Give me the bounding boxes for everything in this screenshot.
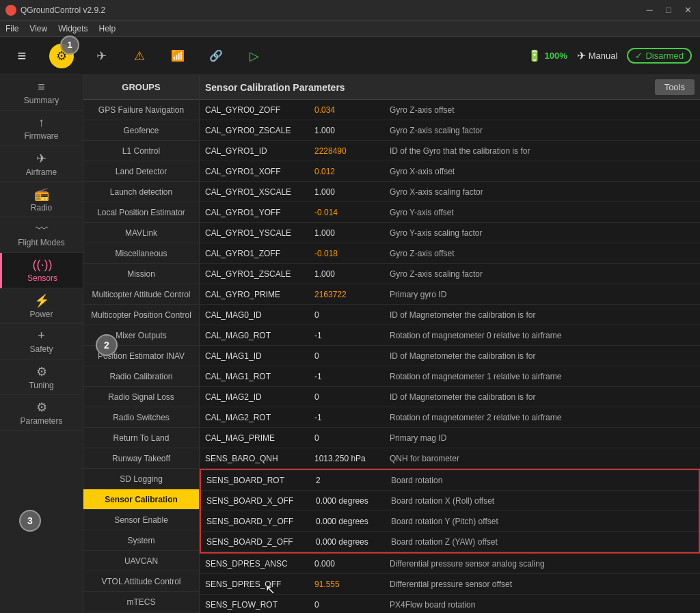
menu-help[interactable]: Help — [99, 24, 116, 33]
tools-button[interactable]: Tools — [655, 79, 695, 95]
toolbar-status: 🔋 100% ✈ Manual ✓ Disarmed — [528, 48, 692, 64]
group-item[interactable]: Local Position Estimator — [83, 202, 199, 223]
group-item[interactable]: Geofence — [83, 120, 199, 141]
group-item[interactable]: System — [83, 530, 199, 551]
param-row[interactable]: CAL_MAG0_ID0ID of Magnetometer the calib… — [200, 305, 700, 325]
param-value: 2228490 — [314, 146, 390, 156]
sidebar-item-firmware[interactable]: ↑ Firmware — [0, 111, 83, 146]
group-item[interactable]: Land Detector — [83, 161, 199, 182]
close-button[interactable]: ✕ — [681, 3, 695, 17]
group-item[interactable]: UAVCAN — [83, 551, 199, 571]
sidebar-label-summary: Summary — [24, 96, 59, 105]
mode-value: Manual — [589, 51, 618, 61]
group-item[interactable]: Radio Switches — [83, 407, 199, 428]
param-row[interactable]: CAL_GYRO0_ZSCALE1.000Gyro Z-axis scaling… — [200, 120, 700, 141]
gear-icon[interactable]: ⚙ — [49, 44, 74, 68]
param-row[interactable]: CAL_GYRO1_YSCALE1.000Gyro Y-axis scaling… — [200, 223, 700, 243]
param-row[interactable]: SENS_BOARD_Y_OFF0.000 degreesBoard rotat… — [201, 511, 699, 532]
groups-list: GPS Failure NavigationGeofenceL1 Control… — [83, 100, 199, 612]
group-item[interactable]: Launch detection — [83, 182, 199, 202]
hamburger-button[interactable]: ≡ — [8, 42, 36, 70]
maximize-button[interactable]: □ — [662, 3, 675, 17]
sidebar-item-parameters[interactable]: ⚙ Parameters — [0, 395, 83, 431]
sidebar-item-radio[interactable]: 📻 Radio — [0, 182, 83, 217]
flightmodes-icon: 〰 — [36, 222, 48, 236]
group-item[interactable]: VTOL Attitude Control — [83, 571, 199, 592]
group-item[interactable]: MAVLink — [83, 223, 199, 243]
group-item[interactable]: Mixer Outputs — [83, 325, 199, 346]
minimize-button[interactable]: ─ — [643, 3, 656, 17]
param-name: CAL_GYRO1_ZOFF — [205, 249, 314, 258]
param-row[interactable]: SENS_DPRES_OFF91.555Differential pressur… — [200, 574, 700, 595]
group-item[interactable]: Sensor Calibration — [83, 489, 199, 510]
send-button[interactable]: ✈ — [88, 42, 115, 70]
group-item[interactable]: Miscellaneous — [83, 243, 199, 264]
param-row[interactable]: CAL_GYRO0_ZOFF0.034Gyro Z-axis offset — [200, 100, 700, 120]
param-desc: QNH for barometer — [390, 454, 695, 463]
param-name: CAL_MAG2_ROT — [205, 413, 314, 422]
param-row[interactable]: SENS_BARO_QNH1013.250 hPaQNH for baromet… — [200, 448, 700, 469]
param-row[interactable]: CAL_GYRO1_XSCALE1.000Gyro X-axis scaling… — [200, 182, 700, 202]
sidebar-item-flightmodes[interactable]: 〰 Flight Modes — [0, 217, 83, 253]
sidebar-item-sensors[interactable]: ((·)) Sensors — [0, 253, 83, 288]
app-icon — [5, 5, 16, 16]
param-value: 0.000 degrees — [316, 537, 391, 547]
param-row[interactable]: CAL_MAG_PRIME0Primary mag ID — [200, 428, 700, 448]
group-item[interactable]: Return To Land — [83, 428, 199, 448]
parameters-icon: ⚙ — [36, 400, 47, 415]
group-item[interactable]: SD Logging — [83, 469, 199, 489]
param-row[interactable]: CAL_MAG1_ROT-1Rotation of magnetometer 1… — [200, 366, 700, 387]
sidebar-item-summary[interactable]: ≡ Summary — [0, 75, 83, 111]
param-row[interactable]: CAL_MAG1_ID0ID of Magnetometer the calib… — [200, 346, 700, 366]
group-item[interactable]: Mission — [83, 264, 199, 284]
param-value: 0.000 degrees — [316, 517, 391, 526]
param-row[interactable]: CAL_MAG2_ROT-1Rotation of magnetometer 2… — [200, 407, 700, 428]
param-row[interactable]: CAL_GYRO1_YOFF-0.014Gyro Y-axis offset — [200, 202, 700, 223]
param-desc: ID of Magnetometer the calibration is fo… — [390, 351, 695, 361]
param-row[interactable]: CAL_GYRO1_XOFF0.012Gyro X-axis offset — [200, 161, 700, 182]
warning-button[interactable]: ⚠ — [126, 42, 153, 70]
param-value: 0 — [314, 392, 390, 402]
param-value: 0 — [314, 351, 390, 361]
params-list: CAL_GYRO0_ZOFF0.034Gyro Z-axis offsetCAL… — [200, 100, 700, 613]
window-controls[interactable]: ─ □ ✕ — [643, 3, 695, 17]
param-row[interactable]: CAL_GYRO_PRIME2163722Primary gyro ID — [200, 284, 700, 305]
menu-file[interactable]: File — [5, 24, 18, 33]
group-item[interactable]: L1 Control — [83, 141, 199, 161]
param-row[interactable]: SENS_FLOW_ROT0PX4Flow board rotation — [200, 595, 700, 613]
param-row[interactable]: CAL_GYRO1_ID2228490ID of the Gyro that t… — [200, 141, 700, 161]
group-item[interactable]: Radio Calibration — [83, 366, 199, 387]
group-item[interactable]: Radio Signal Loss — [83, 387, 199, 407]
group-item[interactable]: Sensor Enable — [83, 510, 199, 530]
group-item[interactable]: GPS Failure Navigation — [83, 100, 199, 120]
group-item[interactable]: Position Estimator INAV — [83, 346, 199, 366]
highlighted-block: SENS_BOARD_ROT2Board rotationSENS_BOARD_… — [200, 469, 700, 554]
params-container: GROUPS GPS Failure NavigationGeofenceL1 … — [83, 75, 700, 613]
link-button[interactable]: 🔗 — [202, 42, 230, 70]
param-row[interactable]: CAL_MAG2_ID0ID of Magnetometer the calib… — [200, 387, 700, 407]
sidebar-item-airframe[interactable]: ✈ Airframe — [0, 146, 83, 182]
sidebar-item-safety[interactable]: + Safety — [0, 324, 83, 359]
menu-widgets[interactable]: Widgets — [58, 24, 88, 33]
param-row[interactable]: CAL_MAG0_ROT-1Rotation of magnetometer 0… — [200, 325, 700, 346]
group-item[interactable]: Multicopter Attitude Control — [83, 284, 199, 305]
param-row[interactable]: CAL_GYRO1_ZOFF-0.018Gyro Z-axis offset — [200, 243, 700, 264]
param-row[interactable]: CAL_GYRO1_ZSCALE1.000Gyro Z-axis scaling… — [200, 264, 700, 284]
sidebar-item-tuning[interactable]: ⚙ Tuning — [0, 359, 83, 395]
content-area: GROUPS GPS Failure NavigationGeofenceL1 … — [83, 75, 700, 613]
menu-view[interactable]: View — [29, 24, 47, 33]
param-name: CAL_GYRO1_XOFF — [205, 167, 314, 176]
group-item[interactable]: Multicopter Position Control — [83, 305, 199, 325]
group-item[interactable]: mTECS — [83, 592, 199, 612]
param-name: CAL_MAG1_ID — [205, 351, 314, 361]
param-name: CAL_MAG_PRIME — [205, 433, 314, 443]
group-item[interactable]: Runway Takeoff — [83, 448, 199, 469]
nav-button[interactable]: ▷ — [241, 42, 268, 70]
param-row[interactable]: SENS_BOARD_ROT2Board rotation — [201, 470, 699, 491]
sidebar-item-power[interactable]: ⚡ Power — [0, 288, 83, 324]
param-row[interactable]: SENS_BOARD_Z_OFF0.000 degreesBoard rotat… — [201, 532, 699, 552]
param-name: CAL_GYRO1_YOFF — [205, 208, 314, 217]
param-row[interactable]: SENS_DPRES_ANSC0.000Differential pressur… — [200, 554, 700, 574]
signal-button[interactable]: 📶 — [164, 42, 191, 70]
param-row[interactable]: SENS_BOARD_X_OFF0.000 degreesBoard rotat… — [201, 491, 699, 511]
